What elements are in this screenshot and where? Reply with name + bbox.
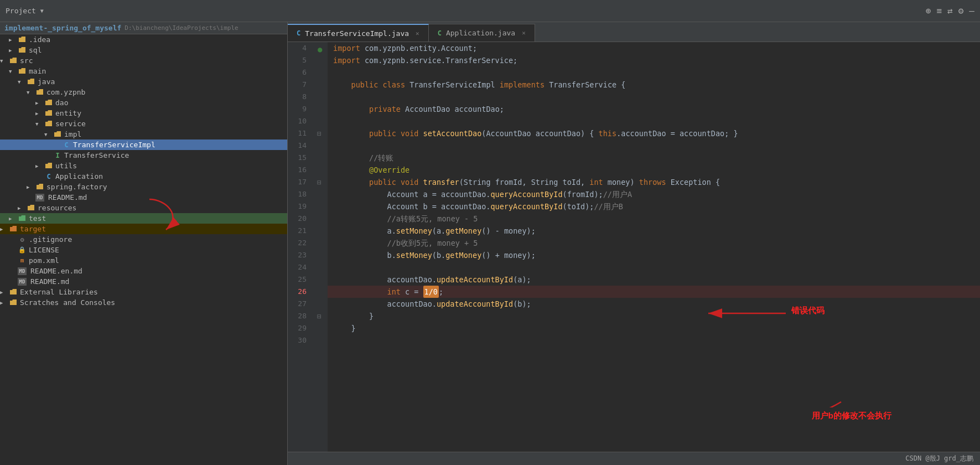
sidebar-item-pom[interactable]: m pom.xml xyxy=(0,255,287,266)
ln-14: 14 xyxy=(288,140,311,152)
spring-factory-label: spring.factory xyxy=(46,183,107,191)
sidebar-item-java[interactable]: java xyxy=(0,76,287,87)
tab-application[interactable]: C Application.java ✕ xyxy=(429,24,535,42)
ln-25: 25 xyxy=(288,273,311,286)
readme-en-label: README.en.md xyxy=(30,267,82,275)
sidebar-item-service[interactable]: service xyxy=(0,118,287,129)
ln-10: 10 xyxy=(288,115,311,127)
globe-icon[interactable]: ⊕ xyxy=(926,6,931,16)
ln-19: 19 xyxy=(288,200,311,213)
sidebar-item-transferserviceimpl[interactable]: C TransferServiceImpl xyxy=(0,140,287,150)
fold-gutter: ● ⊟ xyxy=(315,42,328,452)
sidebar-item-readme-main[interactable]: MD README.md xyxy=(0,192,287,203)
comyzpnb-label: com.yzpnb xyxy=(46,88,85,96)
sidebar-item-main[interactable]: main xyxy=(0,66,287,76)
sync-icon[interactable]: ⇄ xyxy=(947,6,953,16)
tab-icon-application: C xyxy=(438,29,442,37)
ln-21: 21 xyxy=(288,225,311,237)
ln-15: 15 xyxy=(288,152,311,164)
sidebar-item-readme-en[interactable]: MD README.en.md xyxy=(0,266,287,276)
sidebar-item-target[interactable]: target xyxy=(0,224,287,234)
line-gutter: 4 5 6 7 8 9 10 11 14 15 16 ⚑ xyxy=(288,42,328,452)
dropdown-icon[interactable]: ▼ xyxy=(40,8,44,14)
ln-30: 30 xyxy=(288,334,311,347)
code-line-26: int c = 1/0; xyxy=(328,286,980,298)
sidebar-item-resources[interactable]: resources xyxy=(0,203,287,213)
ln-4: 4 xyxy=(288,42,311,54)
sidebar-item-spring-factory[interactable]: spring.factory xyxy=(0,182,287,192)
idea-label: .idea xyxy=(29,35,50,44)
code-line-25: accountDao.updateAccountById(a); xyxy=(328,273,980,286)
structure-icon[interactable]: ≡ xyxy=(936,6,942,16)
code-line-24 xyxy=(328,261,980,273)
sidebar-item-transferservice[interactable]: I TransferService xyxy=(0,150,287,161)
sidebar-item-gitignore[interactable]: ⚙ .gitignore xyxy=(0,234,287,245)
minimize-icon[interactable]: — xyxy=(969,6,974,16)
ln-8: 8 xyxy=(288,91,311,103)
code-line-6 xyxy=(328,66,980,79)
sidebar-item-sql[interactable]: sql xyxy=(0,45,287,55)
sidebar-item-dao[interactable]: dao xyxy=(0,97,287,108)
java-label: java xyxy=(38,78,55,86)
tab-close-application[interactable]: ✕ xyxy=(522,29,526,37)
settings-icon[interactable]: ⚙ xyxy=(958,6,964,16)
code-line-27: accountDao.updateAccountById(b); xyxy=(328,298,980,310)
test-label: test xyxy=(29,214,46,223)
code-line-10 xyxy=(328,115,980,127)
sidebar-item-readme[interactable]: MD README.md xyxy=(0,276,287,287)
code-inner: 4 5 6 7 8 9 10 11 14 15 16 ⚑ xyxy=(288,42,980,452)
main-label: main xyxy=(29,67,46,75)
code-line-16: @Override xyxy=(328,164,980,176)
transferservice-label: TransferService xyxy=(64,151,129,159)
tab-label-application: Application.java xyxy=(446,29,515,37)
fold-blank9 xyxy=(315,164,328,176)
sidebar-item-license[interactable]: 🔒 LICENSE xyxy=(0,245,287,255)
ln-5: 5 xyxy=(288,54,311,66)
sidebar-item-test[interactable]: test xyxy=(0,213,287,224)
tab-close-transferserviceimpl[interactable]: ✕ xyxy=(416,30,419,37)
code-line-22: //b收到5元, money + 5 xyxy=(328,237,980,249)
fold-blank6 xyxy=(315,115,328,127)
application-label: Application xyxy=(55,172,103,180)
tabs-bar: C TransferServiceImpl.java ✕ C Applicati… xyxy=(288,22,980,42)
code-line-11: public void setAccountDao(AccountDao acc… xyxy=(328,127,980,140)
code-line-18: Account a = accountDao.queryAccountById(… xyxy=(328,188,980,200)
pom-label: pom.xml xyxy=(29,256,59,265)
target-label: target xyxy=(20,225,46,233)
sidebar-item-external-libraries[interactable]: External Libraries xyxy=(0,287,287,297)
ln-26: 26 xyxy=(288,286,311,298)
sidebar-item-impl[interactable]: impl xyxy=(0,129,287,140)
fold-blank5 xyxy=(315,103,328,115)
code-line-14 xyxy=(328,140,980,152)
editor-wrapper: 4 5 6 7 8 9 10 11 14 15 16 ⚑ xyxy=(288,42,980,452)
fold-blank8 xyxy=(315,152,328,164)
sidebar-item-src[interactable]: src xyxy=(0,55,287,66)
code-line-19: Account b = accountDao.queryAccountById(… xyxy=(328,200,980,213)
fold-11: ⊟ xyxy=(315,127,328,140)
ln-6: 6 xyxy=(288,66,311,79)
sidebar-item-utils[interactable]: utils xyxy=(0,161,287,171)
fold-blank4 xyxy=(315,91,328,103)
project-label[interactable]: Project xyxy=(6,7,36,15)
ln-18: 18 xyxy=(288,188,311,200)
sidebar-item-application[interactable]: C Application xyxy=(0,171,287,182)
code-lines[interactable]: import com.yzpnb.entity.Account; import … xyxy=(328,42,980,452)
sidebar-item-entity[interactable]: entity xyxy=(0,108,287,118)
ln-20: 20 xyxy=(288,213,311,225)
code-line-28: } xyxy=(328,310,980,322)
tab-transferserviceimpl[interactable]: C TransferServiceImpl.java ✕ xyxy=(288,24,429,42)
fold-blank2 xyxy=(315,66,328,79)
fold-5: ● xyxy=(315,42,328,54)
sidebar-item-idea[interactable]: .idea xyxy=(0,34,287,45)
code-line-21: a.setMoney(a.getMoney() - money); xyxy=(328,225,980,237)
ln-7: 7 xyxy=(288,79,311,91)
fold-17: ⊟ xyxy=(315,176,328,188)
scratches-label: Scratches and Consoles xyxy=(20,298,115,307)
code-line-5: import com.yzpnb.service.TransferService… xyxy=(328,54,980,66)
sidebar-item-comyzpnb[interactable]: com.yzpnb xyxy=(0,87,287,97)
readme-label: README.md xyxy=(30,277,69,286)
code-area[interactable]: 4 5 6 7 8 9 10 11 14 15 16 ⚑ xyxy=(288,42,980,452)
sidebar-item-scratches[interactable]: Scratches and Consoles xyxy=(0,297,287,308)
code-line-8 xyxy=(328,91,980,103)
ln-16: 16 xyxy=(288,164,311,176)
